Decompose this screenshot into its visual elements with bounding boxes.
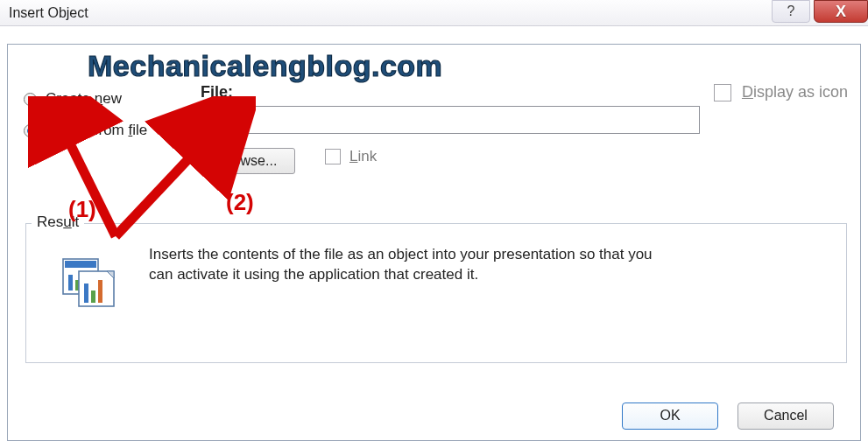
result-description: Inserts the contents of the file as an o… — [149, 245, 657, 285]
file-path-input[interactable] — [201, 106, 700, 134]
radio-label: Create new — [46, 90, 122, 108]
ok-button[interactable]: OK — [622, 402, 718, 430]
svg-rect-9 — [98, 280, 102, 303]
result-fieldset: Result Inserts the contents of the file … — [25, 223, 847, 363]
checkbox-icon — [714, 84, 731, 102]
annotation-1: (1) — [68, 196, 96, 223]
titlebar: Insert Object ? X — [0, 0, 868, 26]
radio-icon — [24, 93, 37, 106]
display-as-icon-label: Display as icon — [742, 83, 848, 102]
link-label: Link — [349, 148, 377, 165]
radio-create-from-file[interactable]: Create from file — [24, 122, 147, 139]
help-button[interactable]: ? — [772, 0, 810, 23]
file-label: File: — [201, 83, 233, 102]
window-title: Insert Object — [9, 5, 88, 21]
source-radio-group: Create new Create from file — [24, 90, 147, 153]
close-icon: X — [836, 3, 846, 21]
radio-icon — [24, 124, 37, 137]
annotation-2: (2) — [226, 189, 254, 216]
titlebar-buttons: ? X — [772, 0, 868, 26]
radio-create-new[interactable]: Create new — [24, 90, 147, 108]
svg-rect-8 — [91, 290, 95, 303]
cancel-button[interactable]: Cancel — [737, 402, 834, 430]
browse-button[interactable]: Browse... — [201, 148, 295, 174]
watermark-text: Mechanicalengblog.com — [88, 49, 442, 83]
dialog-frame: Create new Create from file File: Browse… — [7, 44, 861, 441]
checkbox-icon — [325, 149, 341, 164]
chart-document-icon — [61, 257, 116, 308]
link-checkbox-row[interactable]: Link — [325, 148, 377, 165]
svg-rect-2 — [68, 275, 73, 290]
svg-rect-7 — [84, 284, 88, 303]
form-body: Create new Create from file File: Browse… — [8, 45, 860, 440]
svg-rect-1 — [65, 261, 96, 268]
close-button[interactable]: X — [814, 0, 868, 23]
help-icon: ? — [787, 4, 795, 19]
display-as-icon-row[interactable]: Display as icon — [714, 83, 848, 102]
radio-label: Create from file — [46, 122, 147, 139]
